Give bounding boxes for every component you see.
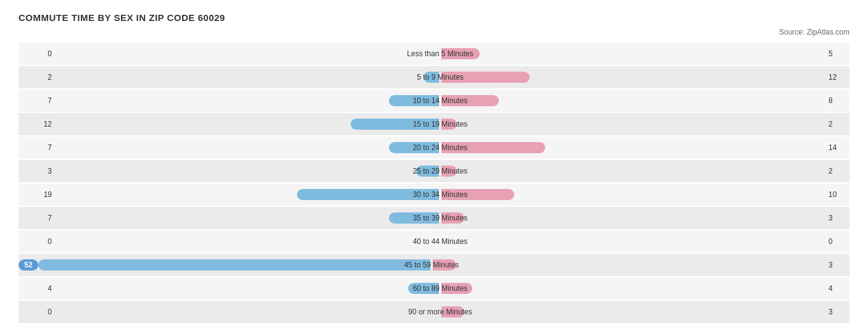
chart-row: 325 to 29 Minutes2: [19, 160, 849, 182]
male-value: 0: [19, 237, 56, 246]
chart-row: 1930 to 34 Minutes10: [19, 183, 849, 206]
male-bar-wrap: [56, 94, 440, 107]
female-value: 3: [825, 308, 849, 316]
male-bar-wrap: [56, 305, 440, 319]
female-bar-wrap: [440, 47, 825, 61]
row-label: 45 to 59 Minutes: [404, 261, 459, 269]
bars-area: 90 or more Minutes: [56, 301, 825, 323]
female-bar-wrap: [440, 282, 825, 295]
female-bar-wrap: [440, 305, 825, 319]
male-value: 2: [19, 73, 56, 82]
female-value: 3: [825, 261, 849, 269]
row-label: 30 to 34 Minutes: [413, 190, 468, 199]
chart-row: 460 to 89 Minutes4: [19, 277, 849, 300]
male-bar-wrap: [56, 188, 440, 201]
chart-row: 040 to 44 Minutes0: [19, 230, 849, 253]
chart-row: 5245 to 59 Minutes3: [19, 254, 849, 276]
male-value: 52: [19, 259, 38, 271]
female-bar-wrap: [440, 70, 825, 84]
bars-area: 60 to 89 Minutes: [56, 277, 825, 300]
female-value: 12: [825, 73, 849, 82]
female-bar-wrap: [440, 141, 825, 154]
male-bar-wrap: [56, 211, 440, 225]
chart-row: 735 to 39 Minutes3: [19, 207, 849, 229]
male-value: 12: [19, 120, 56, 128]
male-value: 3: [19, 167, 56, 175]
row-label: 15 to 19 Minutes: [413, 120, 468, 128]
bars-area: 10 to 14 Minutes: [56, 90, 825, 112]
male-bar-wrap: [56, 235, 440, 248]
row-label: 10 to 14 Minutes: [413, 96, 468, 105]
female-bar-wrap: [440, 94, 825, 107]
male-value: 0: [19, 308, 56, 316]
chart-row: 720 to 24 Minutes14: [19, 136, 849, 159]
male-value: 19: [19, 190, 56, 199]
female-value: 2: [825, 167, 849, 175]
chart-row: 25 to 9 Minutes12: [19, 66, 849, 88]
female-value: 3: [825, 214, 849, 222]
male-value: 0: [19, 49, 56, 58]
male-value: 7: [19, 143, 56, 152]
row-label: 25 to 29 Minutes: [413, 167, 468, 175]
chart-title: COMMUTE TIME BY SEX IN ZIP CODE 60029: [19, 12, 849, 23]
row-label: 20 to 24 Minutes: [413, 143, 468, 152]
chart-row: 710 to 14 Minutes8: [19, 90, 849, 112]
row-label: 60 to 89 Minutes: [413, 284, 468, 293]
female-value: 10: [825, 190, 849, 199]
male-value: 4: [19, 284, 56, 293]
female-value: 8: [825, 96, 849, 105]
female-bar-wrap: [432, 258, 825, 272]
bars-area: 40 to 44 Minutes: [56, 230, 825, 253]
row-label: 40 to 44 Minutes: [413, 237, 468, 246]
row-label: 90 or more Minutes: [408, 308, 472, 316]
female-bar-wrap: [440, 211, 825, 225]
bars-area: 15 to 19 Minutes: [56, 113, 825, 135]
male-bar-wrap: [56, 282, 440, 295]
female-bar-wrap: [440, 188, 825, 201]
male-bar-wrap: [56, 47, 440, 61]
chart-row: 0Less than 5 Minutes5: [19, 43, 849, 65]
row-label: 5 to 9 Minutes: [417, 73, 463, 82]
male-bar-wrap: [38, 258, 432, 272]
female-value: 5: [825, 49, 849, 58]
male-bar: [38, 259, 430, 271]
row-label: 35 to 39 Minutes: [413, 214, 468, 222]
bars-area: 25 to 29 Minutes: [56, 160, 825, 182]
bars-area: 35 to 39 Minutes: [56, 207, 825, 229]
female-value: 0: [825, 237, 849, 246]
female-bar-wrap: [440, 235, 825, 248]
chart-row: 1215 to 19 Minutes2: [19, 113, 849, 135]
female-bar-wrap: [440, 117, 825, 131]
bars-area: 20 to 24 Minutes: [56, 136, 825, 159]
male-value: 7: [19, 214, 56, 222]
male-bar-wrap: [56, 70, 440, 84]
bars-area: 45 to 59 Minutes: [38, 254, 825, 276]
female-value: 2: [825, 120, 849, 128]
row-label: Less than 5 Minutes: [407, 49, 473, 58]
chart-row: 090 or more Minutes3: [19, 301, 849, 323]
bars-area: 5 to 9 Minutes: [56, 66, 825, 88]
female-value: 4: [825, 284, 849, 293]
bars-area: Less than 5 Minutes: [56, 43, 825, 65]
source-label: Source: ZipAtlas.com: [19, 28, 849, 36]
male-bar-wrap: [56, 164, 440, 178]
chart-container: 0Less than 5 Minutes525 to 9 Minutes1271…: [19, 43, 849, 323]
bars-area: 30 to 34 Minutes: [56, 183, 825, 206]
male-bar-wrap: [56, 141, 440, 154]
female-bar-wrap: [440, 164, 825, 178]
male-bar-wrap: [56, 117, 440, 131]
male-value: 7: [19, 96, 56, 105]
female-value: 14: [825, 143, 849, 152]
